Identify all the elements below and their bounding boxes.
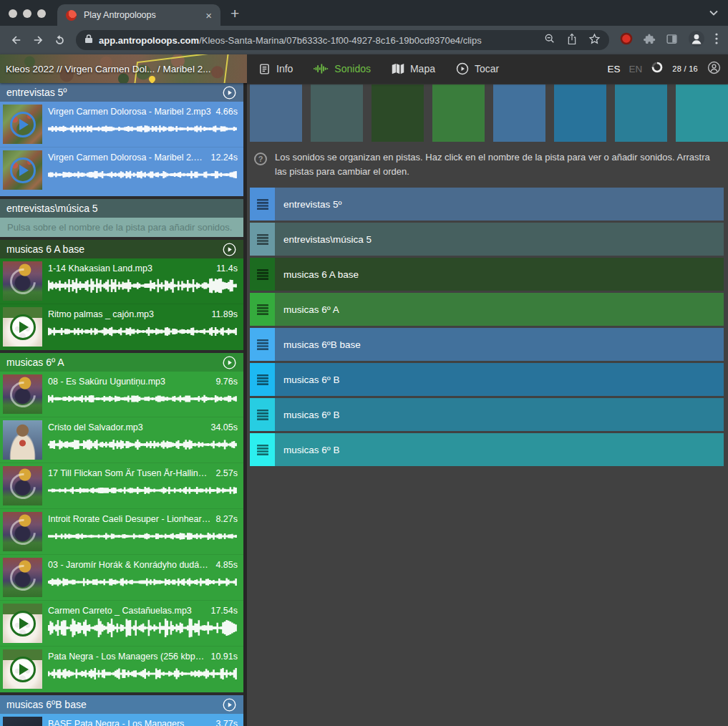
track-row[interactable]: musicas 6 A base (250, 258, 724, 291)
empty-track-hint: Pulsa sobre el nombre de la pista para a… (0, 218, 243, 237)
nav-tab-mapa[interactable]: Mapa (392, 63, 435, 74)
audio-clip[interactable]: BASE Pata Negra - Los Managers3.77s (0, 714, 243, 726)
clip-info: Ritmo palmas _ cajón.mp311.89s (48, 307, 238, 347)
browser-menu-kebab-icon[interactable] (715, 33, 718, 47)
track-row[interactable]: musicas 6ºB base (250, 328, 724, 361)
audio-clip[interactable]: Carmen Carreto _ Castañuelas.mp317.54s (0, 601, 243, 647)
track-section: musicas 6ºB baseBASE Pata Negra - Los Ma… (0, 695, 243, 726)
url-text[interactable]: app.antropoloops.com/Kleos-Santa-Marina/… (99, 35, 535, 46)
audio-clip[interactable]: Introit Rorate Caeli Desuper - Lionheart… (0, 509, 243, 555)
clip-waveform (48, 526, 238, 546)
track-drag-handle[interactable] (250, 188, 275, 221)
clip-play-overlay[interactable] (3, 374, 42, 414)
record-extension-icon[interactable] (619, 32, 634, 49)
audio-clip[interactable]: 08 - Es Sakūru Uguntiņu.mp39.76s (0, 372, 243, 417)
clip-waveform (48, 165, 238, 185)
zoom-out-icon[interactable] (544, 33, 555, 47)
track-row[interactable]: musicas 6º B (250, 433, 724, 466)
help-message: ? Los sonidos se organizan en pistas. Ha… (250, 150, 728, 178)
track-drag-handle[interactable] (250, 258, 275, 291)
clip-play-overlay[interactable] (3, 261, 42, 301)
side-panel-icon[interactable] (666, 33, 678, 48)
bookmark-star-icon[interactable] (588, 33, 601, 48)
track-row[interactable]: entrevistas 5º (250, 188, 724, 221)
track-color-swatch[interactable] (311, 84, 363, 142)
clip-play-overlay[interactable] (3, 512, 42, 551)
nav-tab-info[interactable]: Info (258, 63, 293, 75)
clip-play-overlay[interactable] (3, 604, 42, 643)
clip-waveform (48, 618, 238, 638)
track-color-swatch[interactable] (615, 84, 667, 142)
back-button[interactable] (6, 29, 27, 51)
reload-button[interactable] (49, 29, 70, 51)
clip-play-overlay[interactable] (3, 307, 42, 347)
track-color-swatch[interactable] (432, 84, 485, 142)
window-close-button[interactable] (9, 9, 17, 18)
clip-play-overlay[interactable] (3, 466, 42, 505)
section-play-button[interactable] (222, 355, 237, 370)
audio-clip[interactable]: Virgen Carmen Dolorosa - Maribel 2.mp34.… (0, 102, 243, 147)
play-icon (10, 611, 36, 637)
clip-play-overlay[interactable] (3, 558, 42, 597)
track-drag-handle[interactable] (250, 293, 275, 326)
track-drag-handle[interactable] (250, 223, 275, 256)
clip-play-overlay[interactable] (3, 105, 42, 144)
track-drag-handle[interactable] (250, 363, 275, 396)
track-color-swatch[interactable] (554, 84, 606, 142)
audio-clip[interactable]: Pata Negra - Los Managers (256 kbps).mp3… (0, 647, 243, 692)
section-play-button[interactable] (222, 85, 237, 100)
audio-clip[interactable]: 17 Till Flickan Som Är Tusen År-Halling … (0, 463, 243, 509)
nav-tab-sonidos[interactable]: Sonidos (314, 63, 371, 74)
browser-tab[interactable]: Play Antropoloops × (57, 4, 220, 26)
track-name: musicas 6ºB base (275, 328, 724, 361)
tab-search-chevron-icon[interactable] (709, 10, 718, 16)
track-section-header[interactable]: entrevistas 5º (0, 83, 243, 102)
question-icon: ? (254, 153, 267, 165)
new-tab-button[interactable]: + (230, 6, 239, 21)
extensions-puzzle-icon[interactable] (644, 33, 656, 48)
window-maximize-button[interactable] (37, 9, 46, 18)
tracks-panel: ? Los sonidos se organizan en pistas. Ha… (247, 83, 728, 726)
section-play-button[interactable] (222, 697, 237, 712)
track-drag-handle[interactable] (250, 328, 275, 361)
nav-tab-tocar[interactable]: Tocar (456, 62, 499, 75)
clip-duration: 12.24s (210, 153, 238, 163)
account-icon[interactable] (707, 61, 721, 77)
url-bar[interactable]: app.antropoloops.com/Kleos-Santa-Marina/… (76, 30, 609, 50)
track-row[interactable]: musicas 6º B (250, 363, 724, 396)
audio-clip[interactable]: Ritmo palmas _ cajón.mp311.89s (0, 304, 243, 350)
track-section-header[interactable]: entrevistas\música 5 (0, 199, 243, 218)
section-play-button[interactable] (222, 242, 237, 257)
track-color-swatch[interactable] (676, 84, 728, 142)
track-row[interactable]: musicas 6º A (250, 293, 724, 326)
clip-info: 17 Till Flickan Som Är Tusen År-Halling … (48, 466, 238, 505)
track-section-header[interactable]: musicas 6º A (0, 353, 243, 372)
language-toggle-en[interactable]: EN (628, 64, 642, 74)
track-section-header[interactable]: musicas 6ºB base (0, 695, 243, 714)
clip-info: 03 - Jaromír Horák & Konrádyho dudácká .… (48, 558, 238, 597)
window-minimize-button[interactable] (23, 9, 31, 18)
track-row[interactable]: musicas 6º B (250, 398, 724, 431)
clip-duration: 34.05s (210, 422, 238, 432)
audio-clip[interactable]: 1-14 Khakasian Land.mp311.4s (0, 258, 243, 304)
audio-clip[interactable]: Virgen Carmen Dolorosa - Maribel 2.mp312… (0, 147, 243, 193)
window-controls[interactable] (0, 9, 57, 26)
track-color-swatch[interactable] (372, 84, 424, 142)
track-drag-handle[interactable] (250, 433, 275, 466)
clip-duration: 4.66s (215, 107, 238, 117)
language-toggle-es[interactable]: ES (607, 64, 620, 74)
audio-clip[interactable]: Cristo del Salvador.mp334.05s (0, 417, 243, 463)
map-breadcrumb[interactable]: Kleos 2022 // Virgen Carmen Dol... / Mar… (0, 54, 247, 83)
track-drag-handle[interactable] (250, 398, 275, 431)
track-row[interactable]: entrevistas\música 5 (250, 223, 724, 256)
track-color-swatch[interactable] (250, 84, 302, 142)
profile-avatar[interactable] (688, 30, 705, 50)
audio-clip[interactable]: 03 - Jaromír Horák & Konrádyho dudácká .… (0, 555, 243, 601)
tab-close-icon[interactable]: × (203, 9, 215, 21)
clip-play-overlay[interactable] (3, 150, 42, 190)
forward-button[interactable] (27, 29, 49, 51)
clip-play-overlay[interactable] (3, 649, 42, 689)
share-icon[interactable] (567, 33, 577, 48)
track-section-header[interactable]: musicas 6 A base (0, 240, 243, 258)
track-color-swatch[interactable] (493, 84, 545, 142)
